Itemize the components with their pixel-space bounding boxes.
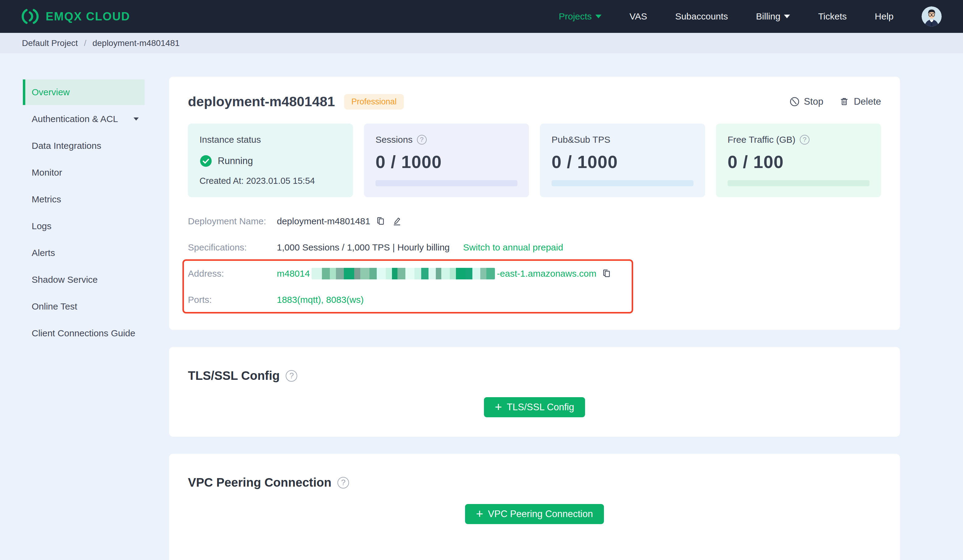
nav-projects-label: Projects — [559, 11, 592, 22]
sidebar-item-client-connections-guide[interactable]: Client Connections Guide — [23, 320, 145, 346]
sidebar-item-authentication-acl[interactable]: Authentication & ACL — [23, 106, 145, 132]
sidebar-item-online-test[interactable]: Online Test — [23, 294, 145, 319]
logo-text: EMQX CLOUD — [46, 10, 130, 23]
nav-billing-label: Billing — [756, 11, 780, 22]
copy-button[interactable] — [376, 216, 386, 227]
sidebar-item-overview[interactable]: Overview — [23, 79, 145, 105]
pubsub-progress-bar — [551, 180, 694, 186]
delete-button[interactable]: Delete — [839, 96, 881, 107]
sidebar-item-label: Data Integrations — [32, 141, 101, 151]
address-label: Address: — [188, 269, 277, 279]
nav-tickets[interactable]: Tickets — [818, 11, 847, 22]
user-avatar[interactable] — [922, 6, 942, 26]
breadcrumb-current: deployment-m4801481 — [92, 38, 179, 48]
stats-row: Instance status Running Created At: 2023… — [188, 123, 881, 197]
specifications-value: 1,000 Sessions / 1,000 TPS | Hourly bill… — [277, 242, 450, 252]
instance-status-card: Instance status Running Created At: 2023… — [188, 123, 353, 197]
nav-help-label: Help — [875, 11, 893, 22]
specifications-row: Specifications: 1,000 Sessions / 1,000 T… — [188, 234, 881, 261]
chevron-down-icon — [134, 118, 139, 121]
pencil-icon — [392, 216, 402, 227]
sidebar-item-logs[interactable]: Logs — [23, 214, 145, 239]
deployment-details: Deployment Name: deployment-m4801481 — [188, 208, 881, 313]
breadcrumb: Default Project / deployment-m4801481 — [0, 33, 963, 53]
copy-icon — [376, 216, 386, 227]
stat-label: Pub&Sub TPS — [551, 134, 610, 145]
sidebar-item-label: Overview — [32, 87, 70, 97]
sessions-card: Sessions 0 / 1000 — [364, 123, 529, 197]
address-prefix: m48014 — [277, 269, 310, 279]
sessions-value: 0 / 1000 — [376, 152, 517, 172]
plus-icon — [476, 508, 483, 520]
help-icon[interactable] — [286, 370, 297, 382]
stat-label: Free Traffic (GB) — [728, 134, 796, 145]
nav-billing[interactable]: Billing — [756, 11, 790, 22]
help-icon[interactable] — [337, 477, 349, 489]
plan-badge: Professional — [344, 94, 404, 110]
avatar-person-icon — [922, 6, 942, 26]
add-tls-ssl-config-button[interactable]: TLS/SSL Config — [484, 397, 585, 417]
sidebar-item-label: Online Test — [32, 301, 77, 312]
top-bar: EMQX CLOUD Projects VAS Subaccounts Bill… — [0, 0, 963, 33]
nav-help[interactable]: Help — [875, 11, 893, 22]
add-tls-label: TLS/SSL Config — [507, 402, 574, 413]
emqx-logo-icon — [21, 8, 39, 24]
chevron-down-icon — [784, 15, 790, 18]
sessions-progress-bar — [376, 180, 517, 186]
plus-icon — [495, 401, 502, 414]
tls-ssl-config-card: TLS/SSL Config TLS/SSL Config — [169, 347, 900, 437]
emqx-cloud-logo[interactable]: EMQX CLOUD — [21, 8, 130, 24]
help-icon[interactable] — [800, 135, 809, 144]
main-content: deployment-m4801481 Professional Stop — [169, 53, 900, 560]
stop-label: Stop — [804, 96, 824, 107]
nav-tickets-label: Tickets — [818, 11, 847, 22]
chevron-down-icon — [595, 15, 601, 18]
copy-icon — [602, 269, 612, 279]
sidebar-item-label: Alerts — [32, 248, 55, 258]
sidebar-item-label: Monitor — [32, 167, 62, 178]
address-row: Address: m48014 -east-1.amazonaws.com — [188, 261, 881, 287]
pubsub-tps-card: Pub&Sub TPS 0 / 1000 — [540, 123, 705, 197]
nav-vas[interactable]: VAS — [629, 11, 647, 22]
sidebar-item-shadow-service[interactable]: Shadow Service — [23, 267, 145, 293]
ports-value: 1883(mqtt), 8083(ws) — [277, 295, 364, 305]
sidebar-item-data-integrations[interactable]: Data Integrations — [23, 133, 145, 159]
add-vpc-peering-button[interactable]: VPC Peering Connection — [465, 504, 604, 524]
stop-button[interactable]: Stop — [790, 96, 824, 107]
free-traffic-progress-bar — [728, 180, 869, 186]
tls-section-title: TLS/SSL Config — [188, 369, 280, 383]
address-suffix: -east-1.amazonaws.com — [497, 269, 596, 279]
sidebar-item-label: Shadow Service — [32, 275, 98, 285]
add-vpc-label: VPC Peering Connection — [488, 508, 593, 520]
free-traffic-card: Free Traffic (GB) 0 / 100 — [716, 123, 881, 197]
deployment-name-value: deployment-m4801481 — [277, 216, 370, 227]
sidebar: Overview Authentication & ACL Data Integ… — [0, 53, 169, 347]
sidebar-item-label: Metrics — [32, 194, 61, 204]
stat-label: Sessions — [376, 134, 413, 145]
ports-row: Ports: 1883(mqtt), 8083(ws) — [188, 287, 881, 313]
deployment-name-label: Deployment Name: — [188, 216, 277, 227]
edit-button[interactable] — [392, 216, 402, 227]
nav-projects[interactable]: Projects — [559, 11, 601, 22]
vpc-peering-card: VPC Peering Connection VPC Peering Conne… — [169, 454, 900, 560]
status-badge: Running — [218, 155, 253, 167]
vpc-section-title: VPC Peering Connection — [188, 476, 331, 489]
nav-subaccounts[interactable]: Subaccounts — [675, 11, 728, 22]
sidebar-item-label: Logs — [32, 221, 52, 231]
top-navigation: Projects VAS Subaccounts Billing Tickets… — [559, 6, 942, 26]
page-title: deployment-m4801481 — [188, 94, 335, 110]
address-redaction — [311, 268, 495, 279]
switch-annual-prepaid-link[interactable]: Switch to annual prepaid — [463, 242, 563, 252]
specifications-label: Specifications: — [188, 242, 277, 252]
breadcrumb-project[interactable]: Default Project — [22, 38, 78, 48]
deployment-overview-card: deployment-m4801481 Professional Stop — [169, 77, 900, 330]
sidebar-item-monitor[interactable]: Monitor — [23, 160, 145, 185]
sidebar-item-metrics[interactable]: Metrics — [23, 186, 145, 212]
copy-address-button[interactable] — [602, 269, 612, 279]
help-icon[interactable] — [417, 135, 427, 144]
created-at-text: Created At: 2023.01.05 15:54 — [199, 176, 341, 186]
trash-icon — [839, 97, 850, 107]
sidebar-item-label: Authentication & ACL — [32, 114, 118, 124]
sidebar-item-alerts[interactable]: Alerts — [23, 240, 145, 266]
connection-info-group: Address: m48014 -east-1.amazonaws.com — [188, 261, 881, 313]
